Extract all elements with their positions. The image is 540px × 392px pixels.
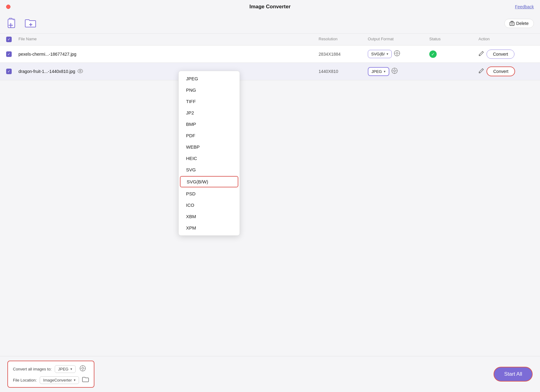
row1-convert-button[interactable]: Convert	[486, 50, 514, 59]
add-file-button[interactable]	[6, 17, 20, 30]
toolbar-right: Delete	[504, 19, 534, 28]
svg-rect-5	[510, 22, 514, 26]
file-location-label: File Location:	[13, 378, 37, 382]
row2-preview-icon[interactable]	[77, 69, 83, 74]
header-filename: File Name	[18, 37, 319, 42]
start-all-button[interactable]: Start All	[494, 367, 533, 382]
row2-convert-button[interactable]: Convert	[486, 66, 515, 76]
dropdown-item-jpeg[interactable]: JPEG	[179, 73, 240, 84]
row1-edit-icon[interactable]	[478, 51, 484, 58]
file-table: File Name Resolution Output Format Statu…	[0, 33, 540, 80]
dropdown-item-jp2[interactable]: JP2	[179, 107, 240, 118]
status-success-icon: ✓	[429, 50, 437, 58]
dropdown-item-bmp[interactable]: BMP	[179, 118, 240, 130]
bottom-format-dropdown[interactable]: JPEG ▾	[55, 365, 76, 373]
dropdown-item-webp[interactable]: WEBP	[179, 141, 240, 153]
bottom-convert-row: Convert all images to: JPEG ▾	[13, 364, 89, 374]
bottom-location-chevron-icon: ▾	[74, 378, 76, 382]
row2-checkbox[interactable]	[6, 69, 12, 74]
row1-settings-icon[interactable]	[393, 49, 401, 59]
row1-filename: pexels-chermi...-18677427.jpg	[18, 52, 319, 57]
header-resolution: Resolution	[319, 37, 368, 42]
row2-format-select: JPEG ▾	[368, 67, 429, 76]
convert-all-label: Convert all images to:	[13, 367, 52, 371]
row1-checkbox[interactable]	[6, 51, 12, 57]
row1-format-dropdown[interactable]: SVG(B/ ▾	[368, 50, 392, 58]
row2-filename: dragon-fruit-1...-1440x810.jpg	[18, 69, 319, 74]
dropdown-item-xbm[interactable]: XBM	[179, 211, 240, 222]
dropdown-item-psd[interactable]: PSD	[179, 188, 240, 199]
table-row: dragon-fruit-1...-1440x810.jpg 1440X810 …	[0, 63, 540, 80]
bottom-location-row: File Location: ImageConverter ▾	[13, 376, 89, 384]
svg-rect-0	[8, 19, 15, 28]
bottom-chevron-icon: ▾	[70, 367, 72, 371]
header-action: Action	[478, 37, 534, 42]
delete-label: Delete	[516, 21, 529, 26]
dropdown-item-xpm[interactable]: XPM	[179, 222, 240, 234]
svg-point-12	[396, 52, 398, 54]
row2-action: Convert	[478, 66, 534, 76]
add-folder-button[interactable]	[23, 17, 38, 30]
header-checkbox[interactable]	[6, 37, 12, 42]
bottom-settings-icon[interactable]	[79, 364, 87, 374]
delete-button[interactable]: Delete	[504, 19, 534, 28]
row2-edit-icon[interactable]	[478, 68, 484, 75]
svg-point-20	[80, 70, 81, 72]
dropdown-item-tiff[interactable]: TIFF	[179, 96, 240, 107]
dropdown-item-ico[interactable]: ICO	[179, 199, 240, 211]
table-row: pexels-chermi...-18677427.jpg 2834X1884 …	[0, 46, 540, 63]
dropdown-item-svg[interactable]: SVG	[179, 164, 240, 175]
bottom-location-dropdown[interactable]: ImageConverter ▾	[40, 376, 79, 384]
row2-format-dropdown[interactable]: JPEG ▾	[368, 67, 389, 76]
bottom-convert-section: Convert all images to: JPEG ▾ File Locat…	[7, 361, 94, 388]
dropdown-item-svg-bw[interactable]: SVG(B/W)	[180, 176, 238, 187]
row1-format-select: SVG(B/ ▾	[368, 49, 429, 59]
svg-point-19	[78, 69, 83, 73]
row1-resolution: 2834X1884	[319, 52, 368, 57]
row2-chevron-icon: ▾	[384, 70, 386, 74]
dropdown-item-png[interactable]: PNG	[179, 84, 240, 96]
bottom-bar: Convert all images to: JPEG ▾ File Locat…	[0, 356, 540, 392]
dropdown-item-heic[interactable]: HEIC	[179, 153, 240, 164]
app-title: Image Converter	[249, 4, 291, 10]
bottom-format-value: JPEG	[58, 367, 69, 371]
row2-settings-icon[interactable]	[391, 67, 399, 76]
traffic-light-close[interactable]	[6, 5, 10, 9]
header-status: Status	[429, 37, 478, 42]
row1-status: ✓	[429, 50, 478, 58]
header-format: Output Format	[368, 37, 429, 42]
table-header: File Name Resolution Output Format Statu…	[0, 34, 540, 46]
row1-chevron-icon: ▾	[387, 52, 388, 56]
dropdown-item-pdf[interactable]: PDF	[179, 130, 240, 141]
toolbar: Delete	[0, 14, 540, 33]
row1-action: Convert	[478, 50, 534, 59]
svg-point-22	[394, 70, 395, 72]
format-dropdown-menu: JPEG PNG TIFF JP2 BMP PDF WEBP HEIC SVG …	[178, 71, 240, 236]
title-bar: Image Converter Feedback	[0, 0, 540, 14]
bottom-location-value: ImageConverter	[43, 378, 72, 382]
feedback-link[interactable]: Feedback	[515, 4, 534, 9]
svg-point-30	[82, 367, 84, 369]
open-folder-icon[interactable]	[82, 377, 89, 384]
row2-resolution: 1440X810	[319, 69, 368, 74]
